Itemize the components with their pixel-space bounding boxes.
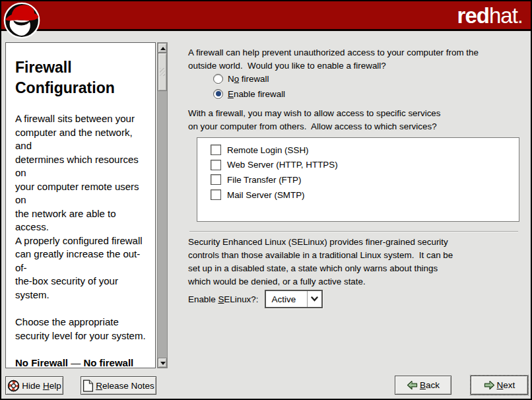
scroll-thumb[interactable] xyxy=(158,53,167,91)
hide-help-button[interactable]: Hide Help xyxy=(5,376,63,395)
checkbox-icon[interactable] xyxy=(211,174,221,185)
chevron-down-icon xyxy=(311,296,318,302)
scroll-down-button[interactable] xyxy=(158,358,167,368)
radio-icon[interactable] xyxy=(213,74,223,84)
checkbox-icon[interactable] xyxy=(211,160,221,170)
selinux-dropdown-value: Active xyxy=(266,294,307,304)
section-divider xyxy=(189,231,518,232)
firewall-question: A firewall can help prevent unauthorized… xyxy=(188,46,531,73)
life-preserver-icon xyxy=(7,380,20,392)
enable-firewall-radio-label: Enable firewall xyxy=(228,89,285,99)
help-panel: Firewall Configuration A firewall sits b… xyxy=(5,42,156,368)
header-banner xyxy=(1,1,531,31)
service-row-ftp[interactable]: File Transfer (FTP) xyxy=(211,172,519,187)
service-label: File Transfer (FTP) xyxy=(227,175,301,185)
help-paragraph-2: Choose the appropriate security level fo… xyxy=(15,316,150,343)
term-separator: — xyxy=(68,357,83,368)
service-label: Web Server (HTTP, HTTPS) xyxy=(227,160,338,170)
service-row-ssh[interactable]: Remote Login (SSH) xyxy=(211,143,519,158)
release-notes-label: Release Notes xyxy=(96,381,154,391)
help-paragraph-1: A firewall sits between your computer an… xyxy=(15,112,150,302)
release-notes-button[interactable]: Release Notes xyxy=(81,376,156,395)
checkbox-icon[interactable] xyxy=(211,189,221,200)
radio-selected-icon[interactable] xyxy=(213,89,223,99)
scroll-grip-icon xyxy=(160,68,165,76)
service-label: Mail Server (SMTP) xyxy=(227,190,305,200)
back-arrow-icon xyxy=(407,380,418,390)
services-list: Remote Login (SSH) Web Server (HTTP, HTT… xyxy=(197,137,519,222)
back-label: Back xyxy=(420,380,440,390)
next-arrow-icon xyxy=(484,380,495,390)
redhat-logo-icon xyxy=(3,1,42,40)
help-title: Firewall Configuration xyxy=(15,57,150,98)
service-label: Remote Login (SSH) xyxy=(227,145,309,155)
enable-selinux-label: Enable SELinux?: xyxy=(188,294,258,304)
enable-firewall-radio[interactable]: Enable firewall xyxy=(213,88,285,99)
wordmark-red: red xyxy=(457,3,489,28)
arrow-down-icon xyxy=(160,362,166,365)
redhat-wordmark: redhat. xyxy=(457,3,523,28)
checkbox-icon[interactable] xyxy=(211,145,221,155)
help-paragraph-3: No Firewall — No firewall provides compl… xyxy=(15,356,150,368)
selinux-setting-row: Enable SELinux?: Active xyxy=(188,290,323,308)
service-row-web[interactable]: Web Server (HTTP, HTTPS) xyxy=(211,158,519,173)
hide-help-label: Hide Help xyxy=(22,381,61,391)
no-firewall-radio[interactable]: No firewall xyxy=(213,73,269,84)
scroll-up-button[interactable] xyxy=(158,43,167,53)
help-scrollbar[interactable] xyxy=(157,42,168,368)
back-button[interactable]: Back xyxy=(395,376,451,395)
selinux-description: Security Enhanced Linux (SELinux) provid… xyxy=(188,236,531,288)
next-button[interactable]: Next xyxy=(471,376,528,395)
installer-window: redhat. Firewall Configuration A firewal… xyxy=(0,0,532,400)
dropdown-button[interactable] xyxy=(307,291,321,307)
no-firewall-term: No Firewall xyxy=(15,357,68,368)
document-icon xyxy=(83,380,94,392)
no-firewall-radio-label: No firewall xyxy=(228,74,269,84)
no-firewall-term-2: No firewall xyxy=(83,357,133,368)
services-question: With a firewall, you may wish to allow a… xyxy=(188,107,531,133)
wordmark-dot: . xyxy=(517,3,523,28)
arrow-up-icon xyxy=(160,47,166,50)
service-row-smtp[interactable]: Mail Server (SMTP) xyxy=(211,187,519,203)
wordmark-hat: hat xyxy=(489,3,517,28)
next-label: Next xyxy=(497,380,515,390)
selinux-dropdown[interactable]: Active xyxy=(265,290,323,308)
